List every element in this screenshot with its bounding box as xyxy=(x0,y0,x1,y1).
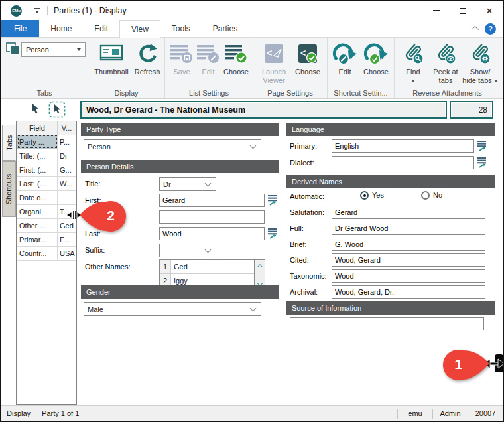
tab-file[interactable]: File xyxy=(1,20,39,37)
refresh-button[interactable]: Refresh xyxy=(132,40,162,76)
brief-name-label: Brief: xyxy=(290,240,307,248)
section-header-party-type: Party Type xyxy=(81,123,279,136)
sidebar-tab-tabs[interactable]: Tabs xyxy=(2,125,16,161)
status-database: emu xyxy=(398,409,432,417)
chevron-down-icon xyxy=(205,247,212,253)
minimize-button[interactable] xyxy=(423,1,450,20)
status-record-count: Party 1 of 1 xyxy=(36,409,84,417)
select-arrow-icon[interactable] xyxy=(31,103,41,116)
row-number: 1 xyxy=(160,260,171,273)
ribbon-group-reverse-attachments: Find Peek at tabs Show/ hide tabs Revers… xyxy=(395,38,500,98)
record-summary: Wood, Dr Gerard - The National Museum xyxy=(80,101,447,119)
party-type-combobox[interactable]: Person xyxy=(84,139,261,153)
choose-list-icon xyxy=(224,40,248,67)
tab-parties[interactable]: Parties xyxy=(202,20,249,37)
refresh-icon xyxy=(136,40,158,67)
ribbon-group-shortcut-settings: Edit Choose Shortcut Settin... xyxy=(328,38,395,98)
lookup-list-icon[interactable] xyxy=(477,157,487,169)
suffix-combobox[interactable] xyxy=(159,244,216,257)
automatic-yes-radio[interactable]: Yes xyxy=(360,191,384,200)
status-user: Admin xyxy=(433,409,468,417)
title-bar: EMu Parties (1) - Display ✕ xyxy=(1,1,503,20)
table-row[interactable]: Countr...USA xyxy=(17,246,76,260)
lookup-list-icon[interactable] xyxy=(477,140,487,152)
chevron-up-icon xyxy=(257,264,262,269)
table-row[interactable]: Party ...P... xyxy=(17,135,76,149)
tab-tools[interactable]: Tools xyxy=(160,20,202,37)
field-summary-table: Field V... Party ...P... Title: (...Dr F… xyxy=(17,121,76,261)
edit-shortcut-icon xyxy=(332,40,357,67)
group-label-page-settings: Page Settings xyxy=(253,89,327,97)
brief-name-field[interactable] xyxy=(332,238,485,251)
salutation-field[interactable] xyxy=(332,206,485,219)
shortcut-edit-button[interactable]: Edit xyxy=(332,40,358,76)
help-icon[interactable]: ? xyxy=(485,23,496,35)
primary-language-field[interactable] xyxy=(332,139,474,153)
section-header-source-of-information: Source of Information xyxy=(286,301,495,315)
automatic-no-radio[interactable]: No xyxy=(421,191,442,200)
show-hide-tabs-button[interactable]: Show/ hide tabs xyxy=(462,40,498,84)
titlebar-separator xyxy=(47,6,48,15)
section-header-person-details: Person Details xyxy=(81,160,279,173)
list-choose-button[interactable]: Choose xyxy=(221,40,251,76)
tab-select-combobox[interactable]: Person xyxy=(21,42,86,57)
lookup-list-icon[interactable] xyxy=(267,228,278,240)
titlebar-separator xyxy=(27,6,27,15)
cited-name-field[interactable] xyxy=(332,253,485,267)
status-mode: Display xyxy=(1,409,36,417)
launch-viewer-icon: < xyxy=(264,40,284,67)
column-header-field[interactable]: Field xyxy=(17,121,58,135)
other-names-row[interactable]: 1 Ged xyxy=(160,260,265,274)
taxonomic-name-field[interactable] xyxy=(332,269,485,283)
tab-view[interactable]: View xyxy=(119,20,160,38)
maximize-button[interactable] xyxy=(450,1,476,20)
peek-at-tabs-icon xyxy=(434,40,457,67)
tab-edit[interactable]: Edit xyxy=(83,20,119,37)
app-window: EMu Parties (1) - Display ✕ File Home Ed… xyxy=(0,0,504,422)
table-row[interactable]: Date o... xyxy=(17,190,76,204)
table-row[interactable]: Primar...E... xyxy=(17,232,76,246)
edit-list-icon xyxy=(196,40,220,67)
find-attachments-button[interactable]: Find xyxy=(399,40,428,84)
title-combobox[interactable]: Dr xyxy=(159,177,216,191)
chevron-down-icon xyxy=(250,305,257,312)
peek-at-tabs-button[interactable]: Peek at tabs xyxy=(429,40,462,84)
tab-home[interactable]: Home xyxy=(39,20,83,37)
table-row[interactable]: Last: (...W... xyxy=(17,176,76,190)
close-button[interactable]: ✕ xyxy=(476,1,503,20)
first-name-field[interactable] xyxy=(159,194,265,207)
section-header-language: Language xyxy=(286,123,495,136)
thumbnail-button[interactable]: Thumbnail xyxy=(92,40,131,76)
window-title: Parties (1) - Display xyxy=(54,6,127,15)
sidebar-tab-shortcuts[interactable]: Shortcuts xyxy=(2,161,16,217)
archival-name-field[interactable] xyxy=(332,285,485,299)
save-list-icon xyxy=(170,40,194,67)
table-row[interactable]: Title: (...Dr xyxy=(17,149,76,163)
close-icon: ✕ xyxy=(486,7,493,15)
table-header-row: Field V... xyxy=(17,121,76,135)
collapse-ribbon-icon[interactable] xyxy=(472,26,479,33)
ribbon-group-page-settings: < Launch Viewer < Choose Page Settings xyxy=(253,38,328,98)
record-header-bar: Wood, Dr Gerard - The National Museum 28 xyxy=(1,100,503,121)
full-name-field[interactable] xyxy=(332,222,485,235)
shortcut-choose-button[interactable]: Choose xyxy=(361,40,391,76)
gender-combobox[interactable]: Male xyxy=(84,302,261,316)
scroll-up-button[interactable] xyxy=(255,261,265,271)
cited-name-label: Cited: xyxy=(290,256,309,264)
quick-access-dropdown-icon[interactable] xyxy=(32,6,42,15)
svg-text:<: < xyxy=(300,48,306,58)
title-label: Title: xyxy=(85,180,100,188)
column-header-value[interactable]: V... xyxy=(58,121,76,135)
archival-name-label: Archival: xyxy=(290,288,318,296)
last-name-field[interactable] xyxy=(159,227,265,240)
dialect-field[interactable] xyxy=(332,156,474,169)
record-number: 28 xyxy=(450,101,493,119)
lookup-list-icon[interactable] xyxy=(267,194,278,206)
source-of-information-field[interactable] xyxy=(290,317,484,330)
primary-language-label: Primary: xyxy=(290,142,317,150)
table-row[interactable]: First: (...G... xyxy=(17,163,76,176)
middle-name-field[interactable] xyxy=(159,210,265,224)
page-choose-button[interactable]: < Choose xyxy=(292,40,324,76)
copy-tabs-icon[interactable] xyxy=(6,42,21,57)
marquee-select-icon[interactable] xyxy=(48,101,66,119)
